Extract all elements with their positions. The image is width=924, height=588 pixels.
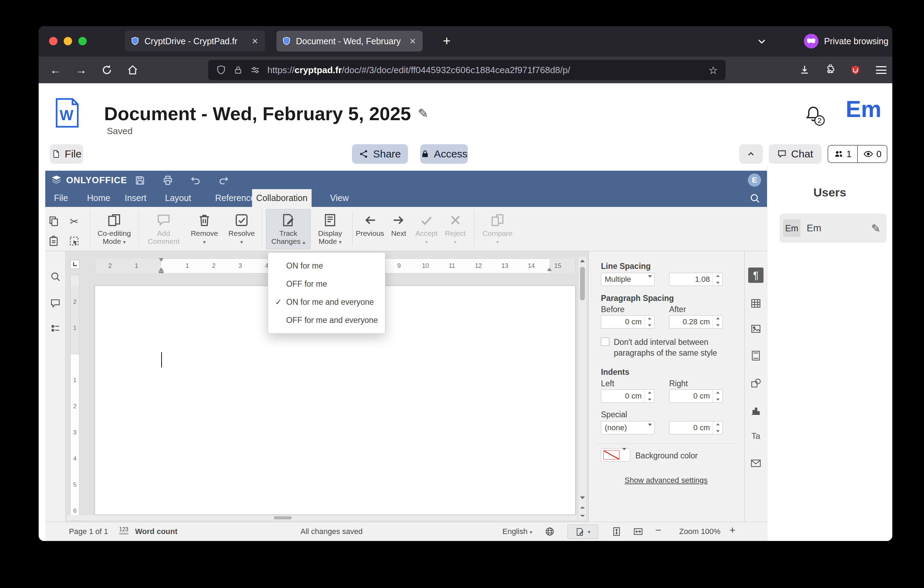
scroll-down-arrow[interactable] xyxy=(579,494,586,502)
first-line-indent-marker[interactable] xyxy=(159,258,163,262)
print-icon[interactable] xyxy=(161,173,175,187)
minimize-window-button[interactable] xyxy=(64,37,72,45)
redo-icon[interactable] xyxy=(216,173,231,187)
table-settings-icon[interactable] xyxy=(748,296,764,311)
spinner-arrows[interactable] xyxy=(644,315,654,328)
fit-page-icon[interactable] xyxy=(611,526,622,537)
permissions-icon[interactable] xyxy=(250,65,261,75)
indent-right-spinner[interactable]: 0 cm xyxy=(669,390,723,403)
left-indent-marker[interactable] xyxy=(159,271,163,273)
menu-file[interactable]: File xyxy=(54,189,68,207)
next-page-button[interactable] xyxy=(579,512,586,520)
special-indent-spinner[interactable]: 0 cm xyxy=(669,421,723,434)
share-button[interactable]: Share xyxy=(352,144,408,164)
spacing-after-spinner[interactable]: 0.28 cm xyxy=(669,315,723,329)
paste-icon[interactable] xyxy=(47,234,61,248)
vertical-scrollbar[interactable] xyxy=(579,257,586,520)
menu-insert[interactable]: Insert xyxy=(125,189,147,207)
home-button[interactable] xyxy=(123,60,142,80)
tab-cryptdrive[interactable]: CryptDrive - CryptPad.fr × xyxy=(125,31,265,51)
chart-settings-icon[interactable] xyxy=(748,403,764,418)
file-button[interactable]: File xyxy=(50,144,83,164)
previous-change-button[interactable]: Previous xyxy=(355,209,385,249)
rename-pencil-icon[interactable]: ✎ xyxy=(418,106,428,121)
find-icon[interactable] xyxy=(50,271,61,282)
tab-document[interactable]: Document - Wed, February 5, 2 × xyxy=(276,31,422,51)
spinner-arrows[interactable] xyxy=(713,421,723,434)
menu-hamburger-icon[interactable] xyxy=(871,60,891,80)
spinner-arrows[interactable] xyxy=(644,390,654,402)
undo-icon[interactable] xyxy=(189,173,203,187)
remove-button[interactable]: Remove ▾ xyxy=(185,209,223,249)
mail-merge-icon[interactable] xyxy=(748,456,764,471)
edit-user-pencil-icon[interactable]: ✎ xyxy=(871,222,881,235)
line-spacing-value-spinner[interactable]: 1.08 xyxy=(669,273,723,286)
scroll-thumb[interactable] xyxy=(580,267,585,300)
navigation-headings-icon[interactable] xyxy=(50,323,61,334)
zoom-level[interactable]: Zoom 100% xyxy=(674,527,726,536)
lock-icon[interactable] xyxy=(233,65,243,75)
menu-item-off-for-me[interactable]: OFF for me xyxy=(268,275,385,293)
spinner-arrows[interactable] xyxy=(713,390,723,402)
list-tabs-chevron-icon[interactable] xyxy=(756,36,768,47)
line-spacing-select[interactable]: Multiple xyxy=(601,273,655,286)
tab-stop-selector[interactable] xyxy=(70,260,79,269)
copy-icon[interactable] xyxy=(47,214,61,228)
indent-left-spinner[interactable]: 0 cm xyxy=(601,390,655,403)
save-icon[interactable] xyxy=(133,173,147,187)
select-all-icon[interactable] xyxy=(67,234,81,248)
no-interval-checkbox[interactable] xyxy=(601,337,609,346)
notifications-bell-icon[interactable]: 2 xyxy=(804,105,823,124)
url-bar[interactable]: https://cryptpad.fr/doc/#/3/doc/edit/ff0… xyxy=(208,60,726,80)
reload-button[interactable] xyxy=(97,60,117,80)
downloads-button[interactable] xyxy=(795,60,814,80)
special-indent-select[interactable]: (none) xyxy=(601,421,655,434)
extensions-puzzle-icon[interactable] xyxy=(821,60,840,80)
zoom-out-button[interactable]: − xyxy=(655,524,662,536)
fit-width-icon[interactable] xyxy=(633,526,644,537)
background-color-picker[interactable] xyxy=(601,448,630,462)
menu-collaboration[interactable]: Collaboration xyxy=(252,189,312,207)
image-settings-icon[interactable] xyxy=(748,321,764,337)
track-changes-quick-toggle[interactable]: ▾ xyxy=(568,525,598,539)
chat-button[interactable]: Chat xyxy=(769,144,822,164)
collapse-toolbar-button[interactable] xyxy=(739,144,763,164)
coediting-mode-button[interactable]: Co-editing Mode ▾ xyxy=(93,209,135,249)
page-indicator[interactable]: Page 1 of 1 xyxy=(69,527,108,536)
word-count-button[interactable]: Word count xyxy=(135,527,178,536)
menu-item-off-for-me-and-everyone[interactable]: OFF for me and everyone xyxy=(268,311,385,329)
display-mode-button[interactable]: Display Mode ▾ xyxy=(310,209,350,249)
menu-item-on-for-me-and-everyone[interactable]: ✓ ON for me and everyone xyxy=(268,293,385,311)
advanced-settings-link[interactable]: Show advanced settings xyxy=(625,476,708,485)
resolve-button[interactable]: Resolve ▾ xyxy=(224,209,259,249)
editor-user-avatar[interactable]: E xyxy=(748,173,761,187)
menu-home[interactable]: Home xyxy=(87,189,111,207)
headers-footers-settings-icon[interactable] xyxy=(748,348,764,363)
tracking-protection-shield-icon[interactable] xyxy=(216,65,226,75)
previous-page-button[interactable] xyxy=(579,504,586,511)
back-button[interactable]: ← xyxy=(46,60,65,80)
spinner-arrows[interactable] xyxy=(713,315,723,328)
new-tab-button[interactable]: + xyxy=(437,32,456,50)
user-avatar[interactable]: Em xyxy=(846,96,881,122)
menu-view[interactable]: View xyxy=(330,189,349,207)
next-change-button[interactable]: Next xyxy=(385,209,412,249)
hanging-indent-marker[interactable] xyxy=(159,268,163,271)
track-changes-button[interactable]: Track Changes ▴ xyxy=(266,209,310,249)
close-tab-icon[interactable]: × xyxy=(250,36,259,46)
editor-search-icon[interactable] xyxy=(749,193,761,204)
comments-icon[interactable] xyxy=(50,298,61,309)
close-tab-icon[interactable]: × xyxy=(408,36,417,46)
menu-layout[interactable]: Layout xyxy=(165,189,191,207)
horizontal-scrollbar[interactable] xyxy=(67,515,577,520)
language-selector[interactable]: English ▾ xyxy=(502,527,532,536)
spellcheck-globe-icon[interactable] xyxy=(544,526,555,537)
shape-settings-icon[interactable] xyxy=(748,375,764,391)
close-window-button[interactable] xyxy=(49,37,58,45)
maximize-window-button[interactable] xyxy=(78,37,87,45)
spacing-before-spinner[interactable]: 0 cm xyxy=(601,315,655,329)
forward-button[interactable]: → xyxy=(71,60,91,80)
presence-counters[interactable]: 1 0 xyxy=(828,145,888,163)
ublock-origin-icon[interactable] xyxy=(846,60,865,80)
spinner-arrows[interactable] xyxy=(713,273,723,286)
